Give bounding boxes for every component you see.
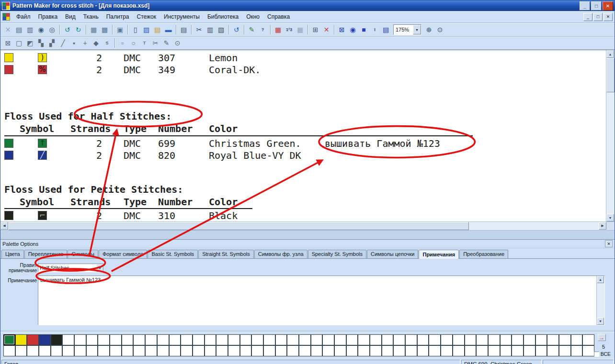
cut-icon[interactable]: ✂ bbox=[194, 24, 205, 35]
palette-cell[interactable] bbox=[559, 334, 571, 345]
palette-cell[interactable] bbox=[287, 345, 299, 356]
palette-cell[interactable] bbox=[512, 334, 524, 345]
palette-cell[interactable] bbox=[51, 334, 63, 345]
import-image-icon[interactable]: ▨ bbox=[141, 24, 152, 35]
tab-10[interactable]: Преобразование bbox=[459, 250, 508, 258]
tab-8[interactable]: Символы цепочки bbox=[367, 250, 418, 258]
palette-cell[interactable] bbox=[110, 345, 122, 356]
palette-cell[interactable] bbox=[240, 334, 252, 345]
palette-cell[interactable] bbox=[62, 334, 74, 345]
picker-tool-icon[interactable]: ✎ bbox=[161, 38, 172, 48]
grid-toggle-icon[interactable]: ⊞ bbox=[310, 24, 321, 35]
tab-5[interactable]: Straight St. Symbols bbox=[198, 250, 254, 258]
menu-item-stitch[interactable]: Стежок bbox=[133, 12, 160, 22]
palette-cell[interactable] bbox=[500, 334, 512, 345]
palette-cell[interactable] bbox=[382, 334, 394, 345]
view-list-icon[interactable]: ▤ bbox=[380, 24, 391, 35]
panel-close-icon[interactable]: ✕ bbox=[605, 240, 613, 247]
scroll-down-icon[interactable]: ▼ bbox=[597, 318, 604, 325]
palette-cell[interactable] bbox=[133, 345, 145, 356]
library-item-icon[interactable]: ▣ bbox=[114, 24, 125, 35]
palette-cell[interactable] bbox=[39, 345, 51, 356]
palette-cell[interactable] bbox=[122, 334, 134, 345]
palette-cell[interactable] bbox=[535, 345, 547, 356]
palette-cell[interactable] bbox=[535, 334, 547, 345]
palette-cell[interactable] bbox=[299, 345, 311, 356]
scroll-right-icon[interactable]: ▶ bbox=[599, 222, 606, 230]
full-stitch-icon[interactable]: ▢ bbox=[13, 38, 24, 48]
print-icon[interactable]: ▤ bbox=[178, 24, 189, 35]
show-all-control[interactable]: ВСЕ bbox=[594, 351, 611, 357]
show-all-checkbox[interactable] bbox=[594, 352, 599, 357]
palette-cell[interactable] bbox=[216, 345, 228, 356]
bead-icon[interactable]: ◆ bbox=[91, 38, 102, 48]
tab-3[interactable]: Формат символа bbox=[99, 250, 147, 258]
knife-tool-icon[interactable]: ✂ bbox=[150, 38, 161, 48]
palette-cell[interactable] bbox=[157, 345, 169, 356]
palette-cell[interactable] bbox=[228, 334, 240, 345]
palette-cell[interactable] bbox=[193, 345, 205, 356]
palette-cell[interactable] bbox=[86, 334, 98, 345]
palette-cell[interactable] bbox=[417, 345, 429, 356]
scroll-up-icon[interactable]: ▲ bbox=[597, 276, 604, 283]
note-scrollbar[interactable]: ▲ ▼ bbox=[596, 276, 604, 325]
palette-cell[interactable] bbox=[299, 334, 311, 345]
tab-7[interactable]: Specialty St. Symbols bbox=[308, 250, 366, 258]
undo-icon[interactable]: ↺ bbox=[231, 24, 242, 35]
palette-cell[interactable] bbox=[133, 334, 145, 345]
palette-cell[interactable] bbox=[275, 345, 287, 356]
palette-cell[interactable] bbox=[122, 345, 134, 356]
quarter-stitch-icon[interactable]: ▚ bbox=[35, 38, 46, 48]
palette-cell[interactable] bbox=[429, 345, 441, 356]
palette-cell[interactable] bbox=[240, 345, 252, 356]
palette-cell[interactable] bbox=[110, 334, 122, 345]
palette-cell[interactable] bbox=[62, 345, 74, 356]
palette-cell[interactable] bbox=[393, 345, 405, 356]
mdi-minimize-button[interactable]: _ bbox=[583, 13, 592, 21]
french-knot-icon[interactable]: + bbox=[80, 38, 91, 48]
zoom-combobox[interactable]: 175% ▼ bbox=[393, 24, 421, 35]
palette-cell[interactable] bbox=[74, 334, 86, 345]
pattern-info-document[interactable]: ) 2 DMC 307 Lemon % 2 DMC 349 Coral-DK. … bbox=[0, 50, 606, 221]
palette-cell[interactable] bbox=[370, 334, 382, 345]
find-icon[interactable]: ◉ bbox=[35, 24, 46, 35]
close-button[interactable]: ✕ bbox=[603, 1, 613, 11]
palette-cell[interactable] bbox=[228, 345, 240, 356]
palette-cell[interactable] bbox=[311, 334, 323, 345]
palette-cell[interactable] bbox=[169, 345, 181, 356]
select-oval-icon[interactable]: ○ bbox=[128, 38, 139, 48]
open-file-icon[interactable]: ▤ bbox=[152, 24, 163, 35]
palette-cell[interactable] bbox=[27, 334, 39, 345]
palette-cell[interactable] bbox=[193, 334, 205, 345]
hscroll-thumb[interactable] bbox=[8, 222, 469, 230]
three-quarter-stitch-icon[interactable]: ▞ bbox=[46, 38, 57, 48]
maximize-button[interactable]: □ bbox=[591, 1, 602, 11]
palette-cell[interactable] bbox=[488, 334, 500, 345]
palette-cell[interactable] bbox=[86, 345, 98, 356]
copy-icon[interactable]: ▥ bbox=[205, 24, 216, 35]
vscroll-thumb[interactable] bbox=[606, 58, 615, 92]
tab-2[interactable]: Символы bbox=[68, 250, 98, 258]
palette-cell[interactable] bbox=[405, 345, 417, 356]
palette-cell[interactable] bbox=[429, 334, 441, 345]
tab-1[interactable]: Переплетение bbox=[24, 250, 68, 258]
rotate-ccw-icon[interactable]: ↺ bbox=[62, 24, 73, 35]
menu-item-palette[interactable]: Палитра bbox=[102, 12, 133, 22]
rotate-cw-icon[interactable]: ↻ bbox=[73, 24, 84, 35]
palette-cell[interactable] bbox=[465, 345, 477, 356]
chevron-down-icon[interactable]: ▼ bbox=[413, 25, 421, 34]
tab-0[interactable]: Цвета bbox=[1, 250, 24, 258]
palette-cell[interactable] bbox=[547, 334, 559, 345]
palette-cell[interactable] bbox=[370, 345, 382, 356]
palette-cell[interactable] bbox=[3, 345, 15, 356]
palette-cell[interactable] bbox=[441, 345, 453, 356]
pattern-blocks-icon[interactable]: ▩ bbox=[99, 24, 110, 35]
palette-cell[interactable] bbox=[98, 345, 110, 356]
menu-item-help[interactable]: Справка bbox=[263, 12, 294, 22]
scroll-up-icon[interactable]: ▲ bbox=[606, 50, 614, 58]
zoom-in-icon[interactable]: ⊕ bbox=[423, 24, 434, 35]
palette-cell[interactable] bbox=[145, 345, 157, 356]
menu-item-library[interactable]: Библиотека bbox=[204, 12, 242, 22]
palette-cell[interactable] bbox=[547, 345, 559, 356]
palette-cell[interactable] bbox=[311, 345, 323, 356]
